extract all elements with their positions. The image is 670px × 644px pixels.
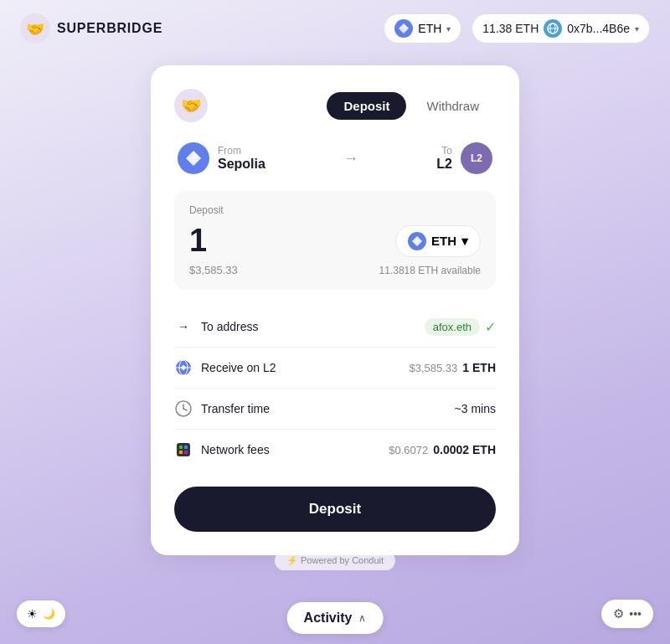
deposit-info-row: $3,585.33 11.3818 ETH available	[189, 264, 481, 276]
bottom-bar: ☀ 🌙 Activity ∧ ⚙ •••	[0, 584, 670, 644]
deposit-amount-input[interactable]: 1	[189, 223, 207, 259]
svg-marker-10	[193, 151, 201, 158]
to-info: To L2	[436, 145, 452, 172]
deposit-tab[interactable]: Deposit	[327, 92, 406, 120]
direction-arrow-icon: →	[343, 150, 358, 167]
deposit-button[interactable]: Deposit	[174, 487, 496, 532]
receive-icon	[174, 358, 193, 377]
network-chevron-icon: ▾	[446, 24, 451, 33]
eth-network-icon	[394, 19, 413, 38]
token-chevron-icon: ▾	[461, 234, 468, 249]
from-label: From	[218, 145, 265, 157]
to-address-left: → To address	[174, 317, 258, 336]
wallet-chevron-icon: ▾	[635, 24, 639, 33]
network-selector-button[interactable]: ETH ▾	[384, 13, 461, 44]
clock-icon	[174, 399, 193, 418]
activity-chevron-icon: ∧	[358, 612, 366, 624]
svg-rect-20	[179, 446, 183, 449]
to-section: To L2 L2	[436, 142, 492, 174]
svg-text:🤝: 🤝	[181, 95, 202, 116]
app-name: SUPERBRIDGE	[57, 21, 162, 36]
network-fees-row: Network fees $0.6072 0.0002 ETH	[174, 430, 496, 470]
receive-usd: $3,585.33	[409, 362, 457, 374]
fees-eth: 0.0002 ETH	[433, 443, 496, 456]
transfer-time-label: Transfer time	[201, 402, 270, 415]
wallet-globe-icon	[544, 19, 562, 38]
deposit-input-box: Deposit 1 ETH ▾ $3,585.33 11.3818 ETH av…	[174, 191, 496, 290]
arrow-right-icon: →	[174, 317, 193, 336]
from-info: From Sepolia	[218, 145, 265, 172]
activity-button[interactable]: Activity ∧	[287, 602, 384, 634]
fees-icon	[174, 440, 193, 459]
svg-rect-21	[184, 446, 188, 449]
powered-by-conduit: ⚡ Powered by Conduit	[275, 551, 395, 570]
from-to-row: From Sepolia → To L2 L2	[174, 142, 496, 174]
deposit-box-label: Deposit	[189, 204, 481, 216]
withdraw-tab[interactable]: Withdraw	[410, 92, 496, 120]
svg-marker-11	[412, 236, 422, 246]
svg-marker-3	[404, 23, 409, 28]
nav-right: ETH ▾ 11.38 ETH 0x7b...4B6e ▾	[384, 13, 650, 44]
tab-group: Deposit Withdraw	[327, 92, 496, 120]
transfer-time-value: ~3 mins	[455, 402, 496, 415]
receive-label: Receive on L2	[201, 361, 276, 374]
logo-area: 🤝 SUPERBRIDGE	[20, 13, 162, 44]
fees-right: $0.6072 0.0002 ETH	[389, 443, 496, 456]
deposit-input-row: 1 ETH ▾	[189, 223, 481, 259]
svg-line-18	[183, 409, 187, 410]
top-nav: 🤝 SUPERBRIDGE ETH ▾ 11.38 ETH 0x7b...4B6…	[0, 0, 670, 57]
to-address-label: To address	[201, 320, 258, 333]
deposit-usd-value: $3,585.33	[189, 264, 238, 276]
check-icon: ✓	[485, 319, 496, 335]
wallet-address: 0x7b...4B6e	[567, 22, 630, 35]
receive-row: Receive on L2 $3,585.33 1 ETH	[174, 348, 496, 389]
fees-left: Network fees	[174, 440, 270, 459]
from-section: From Sepolia	[178, 142, 265, 174]
card-header: 🤝 Deposit Withdraw	[174, 89, 496, 122]
available-balance: 11.3818 ETH available	[379, 265, 481, 276]
more-icon[interactable]: •••	[629, 607, 642, 621]
wallet-balance: 11.38 ETH	[482, 22, 539, 35]
bridge-card: 🤝 Deposit Withdraw From Sepolia →	[151, 65, 519, 555]
superbridge-logo-icon: 🤝	[20, 13, 50, 44]
activity-label: Activity	[304, 611, 353, 626]
wallet-button[interactable]: 11.38 ETH 0x7b...4B6e ▾	[472, 13, 650, 44]
receive-left: Receive on L2	[174, 358, 276, 377]
svg-rect-23	[184, 451, 188, 454]
to-address-row: → To address afox.eth ✓	[174, 307, 496, 348]
sun-icon: ☀	[27, 607, 38, 621]
fees-usd: $0.6072	[389, 444, 428, 456]
card-logo-icon: 🤝	[174, 89, 208, 122]
settings-group[interactable]: ⚙ •••	[601, 600, 653, 628]
from-network-name: Sepolia	[218, 157, 265, 171]
token-selector-button[interactable]: ETH ▾	[395, 225, 481, 257]
powered-label: ⚡ Powered by Conduit	[286, 555, 384, 566]
l2-label: L2	[471, 152, 482, 164]
to-network-icon: L2	[461, 142, 492, 174]
transfer-time-row: Transfer time ~3 mins	[174, 389, 496, 430]
network-label: ETH	[418, 22, 441, 35]
settings-icon[interactable]: ⚙	[613, 606, 624, 621]
to-network-name: L2	[436, 157, 452, 172]
main-content: 🤝 Deposit Withdraw From Sepolia →	[0, 57, 670, 555]
transfer-left: Transfer time	[174, 399, 270, 418]
to-address-right: afox.eth ✓	[425, 318, 496, 336]
detail-rows: → To address afox.eth ✓ Receive on L2 $3…	[174, 307, 496, 470]
network-fees-label: Network fees	[201, 443, 270, 456]
receive-eth: 1 ETH	[462, 361, 496, 374]
svg-rect-22	[179, 451, 183, 454]
svg-rect-19	[177, 443, 190, 456]
token-label: ETH	[431, 234, 456, 248]
moon-icon: 🌙	[43, 608, 55, 620]
ens-address-badge: afox.eth	[425, 318, 480, 336]
to-label: To	[436, 145, 452, 157]
receive-right: $3,585.33 1 ETH	[409, 361, 496, 374]
eth-token-icon	[408, 232, 426, 250]
from-network-icon	[178, 142, 209, 174]
transfer-right: ~3 mins	[455, 402, 496, 415]
theme-toggle[interactable]: ☀ 🌙	[17, 600, 65, 627]
svg-text:🤝: 🤝	[26, 20, 45, 39]
